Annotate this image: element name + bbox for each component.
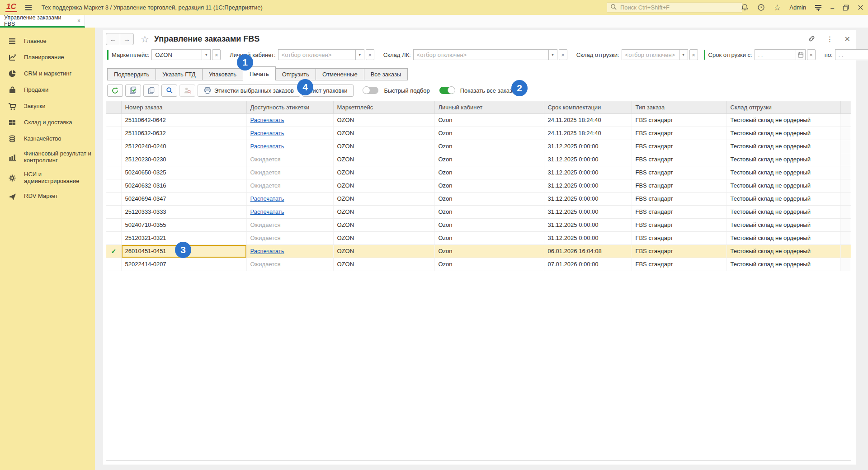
column-ship-warehouse[interactable]: Склад отгрузки [726,101,840,113]
table-row[interactable]: 25120321-0321 Ожидается OZON Ozon 31.12.… [106,231,851,244]
cell-label-status[interactable]: Ожидается [246,153,333,166]
cell-account[interactable]: Ozon [434,153,544,166]
sidebar-item-finance[interactable]: Финансовый результат и контроллинг [0,147,95,168]
cell-order-type[interactable]: FBS стандарт [632,179,726,192]
cell-deadline[interactable]: 24.11.2025 18:24:40 [544,113,632,127]
sidebar-item-warehouse[interactable]: Склад и доставка [0,114,95,131]
cell-marketplace[interactable]: OZON [333,140,434,153]
column-account[interactable]: Личный кабинет [434,101,544,113]
tab-confirm[interactable]: Подтвердить [107,68,156,80]
cell-label-status[interactable]: Распечатать [246,113,333,127]
tab-all-orders[interactable]: Все заказы [364,68,408,80]
column-order-number[interactable]: Номер заказа [121,101,246,113]
sidebar-item-crm[interactable]: CRM и маркетинг [0,66,95,82]
row-check-icon[interactable] [106,127,121,140]
cell-order-type[interactable]: FBS стандарт [632,166,726,179]
forward-button[interactable]: → [120,33,133,45]
window-tab-fbs-orders[interactable]: Управление заказами FBS × [0,15,85,28]
row-check-icon[interactable] [106,113,121,127]
sidebar-item-purchases[interactable]: Закупки [0,98,95,114]
cell-scroll-gutter[interactable] [840,231,851,244]
cell-account[interactable]: Ozon [434,231,544,244]
table-row[interactable]: 25120333-0333 Распечатать OZON Ozon 31.1… [106,205,851,218]
refresh-button[interactable] [107,85,123,97]
favorites-star-icon[interactable]: ☆ [774,3,781,13]
row-check-icon[interactable] [106,205,121,218]
cell-scroll-gutter[interactable] [840,113,851,127]
table-row[interactable]: 50240650-0325 Ожидается OZON Ozon 31.12.… [106,166,851,179]
table-row[interactable]: 50240694-0347 Распечатать OZON Ozon 31.1… [106,192,851,205]
cell-account[interactable]: Ozon [434,244,544,258]
cell-marketplace[interactable]: OZON [333,231,434,244]
cell-marketplace[interactable]: OZON [333,179,434,192]
row-check-icon[interactable] [106,231,121,244]
row-check-icon[interactable] [106,179,121,192]
print-link[interactable]: Распечатать [250,248,284,254]
copy-button[interactable] [143,85,159,97]
cell-marketplace[interactable]: OZON [333,205,434,218]
print-labels-button[interactable]: Этикетки выбранных заказов [198,85,300,97]
ship-date-from-input[interactable]: . . [755,49,796,60]
cell-order-type[interactable]: FBS стандарт [632,127,726,140]
cell-deadline[interactable]: 31.12.2025 0:00:00 [544,166,632,179]
cell-order-type[interactable]: FBS стандарт [632,205,726,218]
cell-marketplace[interactable]: OZON [333,127,434,140]
main-menu-icon[interactable] [24,4,33,12]
cell-order-number[interactable]: 25110642-0642 [121,113,246,127]
warehouse-lk-dropdown-icon[interactable]: ▾ [549,49,557,60]
marketplace-dropdown-icon[interactable]: ▾ [202,49,211,60]
column-marketplace[interactable]: Маркетплейс [333,101,434,113]
cell-ship-warehouse[interactable]: Тестовый склад не ордерный [726,113,840,127]
row-check-icon[interactable] [106,192,121,205]
cell-order-type[interactable]: FBS стандарт [632,192,726,205]
cell-order-number[interactable]: 25110632-0632 [121,127,246,140]
print-link[interactable]: Распечатать [250,208,284,215]
table-row[interactable]: 25110632-0632 Распечатать OZON Ozon 24.1… [106,127,851,140]
cell-label-status[interactable]: Распечатать [246,244,333,258]
cell-deadline[interactable]: 07.01.2026 0:00:00 [544,258,632,271]
cell-marketplace[interactable]: OZON [333,244,434,258]
row-check-icon[interactable] [106,140,121,153]
cell-account[interactable]: Ozon [434,127,544,140]
cell-order-type[interactable]: FBS стандарт [632,113,726,127]
cell-ship-warehouse[interactable]: Тестовый склад не ордерный [726,166,840,179]
cell-ship-warehouse[interactable]: Тестовый склад не ордерный [726,179,840,192]
cell-label-status[interactable]: Ожидается [246,231,333,244]
ship-warehouse-clear-icon[interactable]: × [689,49,698,60]
search-table-button[interactable] [161,85,177,97]
ship-date-from-clear-icon[interactable]: × [807,49,816,60]
set-labels-button[interactable] [125,85,141,97]
cell-scroll-gutter[interactable] [840,140,851,153]
cell-label-status[interactable]: Ожидается [246,179,333,192]
row-check-icon[interactable] [106,153,121,166]
cell-ship-warehouse[interactable]: Тестовый склад не ордерный [726,218,840,231]
row-check-icon[interactable] [106,218,121,231]
cell-order-number[interactable]: 25120333-0333 [121,205,246,218]
cell-marketplace[interactable]: OZON [333,192,434,205]
back-button[interactable]: ← [106,33,120,45]
cell-marketplace[interactable]: OZON [333,218,434,231]
cell-scroll-gutter[interactable] [840,192,851,205]
cell-marketplace[interactable]: OZON [333,166,434,179]
marketplace-clear-icon[interactable]: × [212,49,221,60]
cell-account[interactable]: Ozon [434,179,544,192]
cell-order-type[interactable]: FBS стандарт [632,231,726,244]
cell-deadline[interactable]: 31.12.2025 0:00:00 [544,218,632,231]
ship-warehouse-filter-input[interactable]: <отбор отключен> [622,49,679,60]
get-link-icon[interactable] [808,35,816,44]
cell-marketplace[interactable]: OZON [333,258,434,271]
cell-order-number[interactable]: 50240632-0316 [121,179,246,192]
cell-ship-warehouse[interactable]: Тестовый склад не ордерный [726,192,840,205]
close-tab-icon[interactable]: × [77,18,80,24]
account-filter-input[interactable]: <отбор отключен> [278,49,356,60]
table-row[interactable]: 25110642-0642 Распечатать OZON Ozon 24.1… [106,113,851,127]
cell-deadline[interactable]: 31.12.2025 0:00:00 [544,153,632,166]
cell-scroll-gutter[interactable] [840,127,851,140]
table-row[interactable]: 50240710-0355 Ожидается OZON Ozon 31.12.… [106,218,851,231]
cell-order-number[interactable]: 25120230-0230 [121,153,246,166]
cell-marketplace[interactable]: OZON [333,113,434,127]
cell-account[interactable]: Ozon [434,192,544,205]
print-link[interactable]: Распечатать [250,143,284,150]
account-dropdown-icon[interactable]: ▾ [356,49,364,60]
cell-account[interactable]: Ozon [434,218,544,231]
